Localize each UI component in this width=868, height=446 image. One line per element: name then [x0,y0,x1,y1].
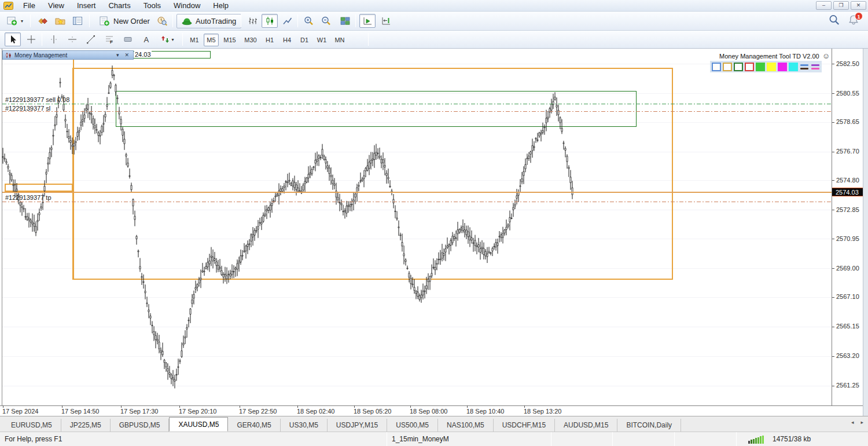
strategy-tester-button[interactable] [154,14,170,28]
strategy-tester-icon [157,16,168,26]
takeprofit-line[interactable] [2,202,832,202]
mt4-terminal-window: FileViewInsertChartsToolsWindowHelp – ❐ … [0,0,868,446]
price-axis[interactable]: 2574.03 2582.502580.552578.652576.702574… [832,49,863,416]
palette-color-swatch[interactable] [756,63,765,71]
tab-next-arrow-icon[interactable]: ▸ [860,419,863,425]
tab-scroll-arrows: ◂ ▸ [851,419,863,425]
symbol-tab-audusd[interactable]: AUDUSD,M15 [555,419,617,432]
symbol-tab-usdchf[interactable]: USDCHF,M15 [494,419,555,432]
order-sl-label: #1229139377 sl [5,105,50,112]
palette-color-swatch[interactable] [723,63,732,71]
chart-tab-menu-icon[interactable]: ▾ [115,52,121,58]
order-tp-label: #1229139377 tp [5,194,52,201]
symbol-tab-eurusd[interactable]: EURUSD,M5 [2,419,61,432]
palette-color-swatch[interactable] [789,63,798,71]
timeframe-mn[interactable]: MN [331,34,348,46]
menu-item-window[interactable]: Window [167,1,207,10]
tile-windows-icon [340,16,350,25]
timeframe-d1[interactable]: D1 [296,34,312,46]
palette-color-swatch[interactable] [767,63,776,71]
palette-color-swatch[interactable] [745,63,754,71]
symbol-tab-bar: EURUSD,M5JP225,M5GBPUSD,M5XAUUSD,M5GER40… [0,416,868,432]
crosshair-button[interactable] [23,32,39,46]
timeframe-h1[interactable]: H1 [262,34,278,46]
palette-line [811,64,819,66]
status-bar: For Help, press F1 1_15min_MoneyM 14751/… [0,432,868,446]
palette-color-swatch[interactable] [778,63,787,71]
palette-color-swatch[interactable] [734,63,743,71]
new-chart-button[interactable]: ▾ [5,14,25,28]
price-tick-mark [832,327,834,327]
line-chart-button[interactable] [279,14,295,28]
restore-button[interactable]: ❐ [833,1,849,10]
favorites-button[interactable] [52,14,68,28]
market-watch-icon [72,16,83,25]
palette-line-swatch[interactable] [811,63,820,71]
candlestick-chart-button[interactable] [262,14,278,28]
timeframe-h4[interactable]: H4 [279,34,295,46]
symbol-tab-gbpusd[interactable]: GBPUSD,M5 [111,419,170,432]
vertical-line-button[interactable] [46,32,62,46]
palette-line [811,68,819,70]
timeframe-m15[interactable]: M15 [220,34,240,46]
time-tick-label: 18 Sep 08:00 [410,408,447,415]
menu-item-view[interactable]: View [42,1,71,10]
menu-item-help[interactable]: Help [207,1,235,10]
symbol-tab-bitcoin[interactable]: BITCOIN,Daily [617,419,681,432]
menu-item-file[interactable]: File [17,1,42,10]
profiles-button[interactable] [35,14,51,28]
new-order-button[interactable]: New Order [94,14,155,28]
palette-color-swatch[interactable] [712,63,721,71]
cursor-button[interactable] [5,32,21,46]
chart-tab-close-icon[interactable]: ✕ [123,52,131,58]
favorites-star-icon [55,16,65,25]
bar-chart-button[interactable] [244,14,260,28]
minimize-button[interactable]: – [816,1,832,10]
symbol-tab-us30[interactable]: US30,M5 [281,419,328,432]
shapes-button[interactable] [120,32,136,46]
chart-window-tab[interactable]: Money Management ▾ ✕ [2,50,134,60]
horizontal-line-button[interactable] [64,32,80,46]
symbol-tab-jp225[interactable]: JP225,M5 [61,419,111,432]
tab-prev-arrow-icon[interactable]: ◂ [851,419,854,425]
market-watch-button[interactable] [69,14,86,28]
fibonacci-button[interactable]: F [101,32,117,46]
price-tick-mark [832,122,834,123]
menu-item-charts[interactable]: Charts [102,1,137,10]
timeframe-w1[interactable]: W1 [314,34,330,46]
trendline-button[interactable] [83,32,99,46]
auto-scroll-button[interactable] [359,14,376,28]
palette-line-swatch[interactable] [800,63,809,71]
price-tick-label: 2576.70 [836,148,859,155]
chart-shift-button[interactable] [378,14,394,28]
tile-windows-button[interactable] [337,14,353,28]
symbol-tab-usdjpy[interactable]: USDJPY,M15 [328,419,387,432]
horizontal-line-icon [68,35,77,44]
chart-area[interactable]: Money Management ▾ ✕ 24.03 Money Managem… [0,49,868,416]
entry-price-line[interactable] [2,104,832,104]
symbol-tab-xauusd[interactable]: XAUUSD,M5 [169,417,228,432]
zoom-out-icon [321,16,332,25]
search-icon [829,14,840,25]
symbol-tab-us500[interactable]: US500,M5 [387,419,438,432]
zoom-in-button[interactable] [301,14,317,28]
arrows-tool-button[interactable]: ▾ [156,32,179,46]
timeframe-m1[interactable]: M1 [186,34,203,46]
timeframe-m30[interactable]: M30 [241,34,260,46]
timeframe-m5[interactable]: M5 [204,34,219,46]
menu-item-tools[interactable]: Tools [137,1,167,10]
autotrading-toggle[interactable]: AutoTrading [176,14,241,28]
status-connection-text: 14751/38 kb [773,435,811,443]
symbol-tab-nas100[interactable]: NAS100,M5 [438,419,494,432]
symbol-tab-ger40[interactable]: GER40,M5 [228,419,280,432]
palette-line [800,64,808,66]
time-axis[interactable]: 17 Sep 202417 Sep 14:5017 Sep 17:3017 Se… [0,405,863,416]
stoploss-line[interactable] [2,111,832,112]
new-order-label: New Order [113,17,150,25]
line-studies-toolbar: F A ▾ M1M5M15M30H1H4D1W1MN [0,31,868,49]
zoom-out-button[interactable] [318,14,334,28]
search-button[interactable] [829,14,840,28]
close-button[interactable]: ✕ [851,1,866,10]
menu-item-insert[interactable]: Insert [71,1,102,10]
text-tool-button[interactable]: A [138,32,155,46]
